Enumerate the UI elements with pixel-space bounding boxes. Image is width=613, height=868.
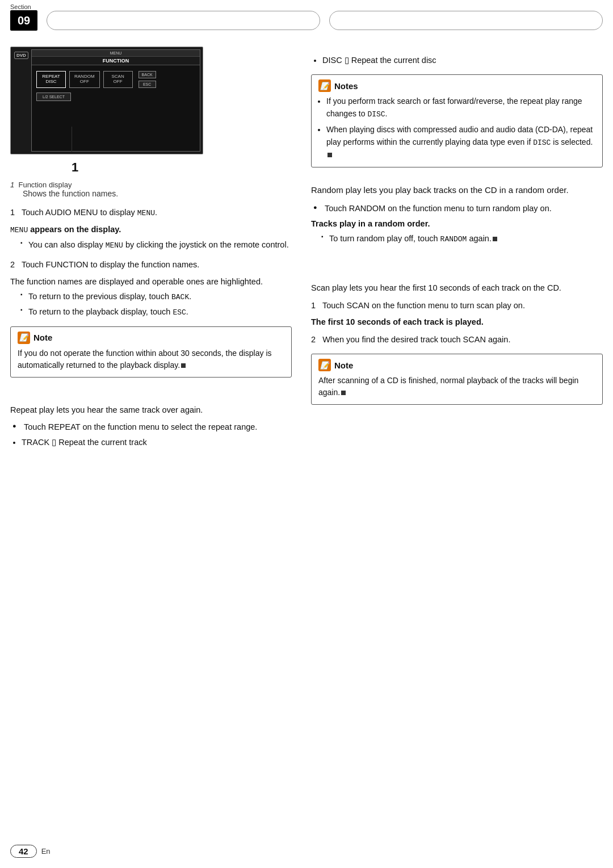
note-box: 📝 Note If you do not operate the functio…	[10, 326, 292, 378]
repeat-sub2: DISC ▯ Repeat the current disc	[322, 54, 603, 66]
section-label: Section	[10, 3, 31, 10]
scan-label: SCAN	[108, 74, 128, 79]
notes-bullet1: If you perform track search or fast forw…	[326, 95, 595, 120]
end-mark-notes	[328, 153, 332, 157]
random-value: OFF	[74, 79, 95, 84]
section-bar: 09	[0, 10, 613, 31]
esc-button: ESC	[138, 81, 156, 88]
random-step2-list: To turn random play off, touch RANDOM ag…	[321, 232, 603, 245]
repeat-sub-list: TRACK ▯ Repeat the current track	[22, 436, 292, 448]
footer-lang: En	[41, 847, 51, 856]
screen-function-label: FUNCTION	[32, 57, 200, 65]
repeat-intro: Repeat play lets you hear the same track…	[10, 404, 292, 416]
lv2-select-button: L/2 SELECT	[36, 93, 71, 101]
scan-intro: Scan play lets you hear the first 10 sec…	[311, 282, 603, 294]
notes-bullet-list: If you perform track search or fast forw…	[326, 95, 595, 161]
random-step2: To turn random play off, touch RANDOM ag…	[321, 232, 603, 245]
note-label: Note	[33, 333, 52, 342]
callout-number: 1	[72, 160, 292, 175]
end-mark-random	[493, 237, 497, 241]
step1-intro: 1 Touch AUDIO MENU to display MENU.	[10, 206, 292, 219]
repeat-value: DISC	[41, 79, 61, 84]
note-text: If you do not operate the function withi…	[18, 347, 284, 371]
scan-value: OFF	[108, 79, 128, 84]
random-step1-sub-block: Tracks play in a random order. To turn r…	[311, 217, 603, 246]
caption-sub: Shows the function names.	[23, 189, 118, 198]
left-column: DVD MENU FUNCTION REPEAT DISC RANDOM	[10, 36, 305, 448]
footer: 42 En	[10, 845, 51, 858]
notes-box: 📝 Notes If you perform track search or f…	[311, 74, 603, 167]
repeat-label: REPEAT	[41, 74, 61, 79]
device-image: DVD MENU FUNCTION REPEAT DISC RANDOM	[10, 47, 203, 154]
notes-bullet2: When playing discs with compressed audio…	[326, 124, 595, 161]
step2-block: 2 Touch FUNCTION to display the function…	[10, 258, 292, 318]
step1-block: 1 Touch AUDIO MENU to display MENU. MENU…	[10, 206, 292, 251]
scan-note-text: After scanning of a CD is finished, norm…	[318, 375, 595, 399]
note-header: 📝 Note	[18, 332, 284, 344]
notes-header: 📝 Notes	[318, 79, 595, 92]
step2-bullet2: To return to the playback display, touch…	[20, 305, 292, 318]
end-mark-scan	[341, 391, 346, 395]
section-title-bar	[47, 11, 320, 30]
side-buttons: BACK ESC	[138, 71, 156, 88]
random-step1-sub: Tracks play in a random order.	[311, 217, 603, 230]
screen-menu-label: MENU	[32, 50, 200, 57]
scan-section: Scan play lets you hear the first 10 sec…	[311, 282, 603, 294]
repeat-button: REPEAT DISC	[36, 71, 66, 88]
step1-note: You can also display MENU by clicking th…	[20, 238, 292, 251]
step2-intro: 2 Touch FUNCTION to display the function…	[10, 258, 292, 271]
caption-text: Function display	[18, 181, 72, 189]
repeat-sub1: TRACK ▯ Repeat the current track	[22, 436, 292, 448]
disc-bullet-list: DISC ▯ Repeat the current disc	[322, 54, 603, 66]
scan-step2: 2 When you find the desired track touch …	[311, 333, 603, 346]
scan-step1-sub: The first 10 seconds of each track is pl…	[311, 316, 603, 328]
callout-line	[72, 127, 72, 152]
step1-note-list: You can also display MENU by clicking th…	[20, 238, 292, 251]
scan-step1-block: 1 Touch SCAN on the function menu to tur…	[311, 299, 603, 329]
back-button: BACK	[138, 71, 156, 78]
repeat-bullet-intro: Touch REPEAT on the function menu to sel…	[12, 421, 292, 433]
scan-note-header: 📝 Note	[318, 359, 595, 371]
dvd-logo: DVD	[14, 52, 28, 59]
screen-button-row: REPEAT DISC RANDOM OFF SCAN OFF	[32, 65, 200, 90]
repeat-section: Repeat play lets you hear the same track…	[10, 404, 292, 416]
step2-bullets: To return to the previous display, touch…	[20, 290, 292, 318]
page-number: 42	[10, 845, 37, 858]
scan-button: SCAN OFF	[103, 71, 133, 88]
repeat-bullet-list: Touch REPEAT on the function menu to sel…	[12, 421, 292, 433]
end-mark-note	[181, 363, 186, 368]
scan-note-label: Note	[334, 360, 353, 370]
random-intro: Random play lets you play back tracks on…	[311, 183, 603, 196]
scan-step2-block: 2 When you find the desired track touch …	[311, 333, 603, 346]
scan-step1-intro: 1 Touch SCAN on the function menu to tur…	[311, 299, 603, 312]
section-number: 09	[10, 10, 37, 31]
random-step1: Touch RANDOM on the function menu to tur…	[313, 202, 603, 215]
section-title-bar-right	[329, 11, 603, 30]
device-screen: MENU FUNCTION REPEAT DISC RANDOM OFF	[31, 49, 200, 152]
step2-bullet1: To return to the previous display, touch…	[20, 290, 292, 303]
notes-label: Notes	[334, 81, 358, 91]
random-bullet-list: Touch RANDOM on the function menu to tur…	[313, 202, 603, 215]
random-button: RANDOM OFF	[69, 71, 100, 88]
scan-note-icon: 📝	[318, 359, 331, 371]
caption: 1 Function display Shows the function na…	[10, 181, 292, 198]
step1-detail: MENU appears on the display.	[10, 223, 292, 236]
right-column: DISC ▯ Repeat the current disc 📝 Notes I…	[305, 36, 603, 448]
notes-icon: 📝	[318, 79, 331, 92]
random-label: RANDOM	[74, 74, 95, 79]
note-icon: 📝	[18, 332, 30, 344]
scan-note-box: 📝 Note After scanning of a CD is finishe…	[311, 354, 603, 405]
caption-num: 1	[10, 181, 14, 189]
random-section: Random play lets you play back tracks on…	[311, 183, 603, 196]
screen-bottom-row: L/2 SELECT	[32, 90, 200, 103]
step2-detail: The function names are displayed and ope…	[10, 275, 292, 288]
